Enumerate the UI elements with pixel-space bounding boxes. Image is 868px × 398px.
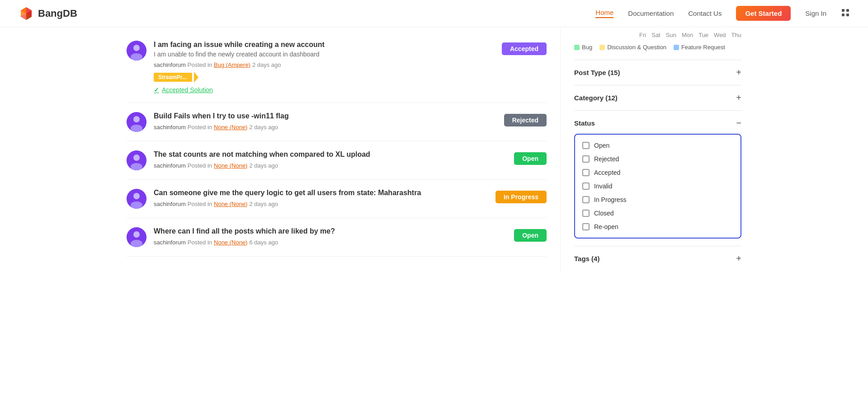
logo-text: BangDB bbox=[38, 8, 77, 19]
status-checkbox-rejected[interactable] bbox=[582, 155, 590, 163]
post-content: I am facing an issue while creating a ne… bbox=[154, 41, 485, 94]
svg-point-16 bbox=[131, 125, 142, 132]
status-checkbox-in-progress[interactable] bbox=[582, 196, 590, 203]
tags-expand-icon: + bbox=[736, 253, 741, 264]
post-description: I am unable to find the newly created ac… bbox=[154, 51, 485, 58]
status-filter-header[interactable]: Status − bbox=[574, 118, 741, 128]
post-badge-area: In Progress bbox=[492, 189, 547, 203]
status-badge: Open bbox=[514, 152, 547, 165]
posted-in-label: Posted in bbox=[188, 124, 212, 131]
avatar bbox=[127, 150, 146, 170]
posted-in-label: Posted in bbox=[188, 201, 212, 207]
post-time: 2 days ago bbox=[249, 124, 278, 131]
streampro-tag: StreamPr... bbox=[154, 72, 198, 83]
category-filter-header[interactable]: Category (12) + bbox=[574, 93, 741, 103]
post-author: sachinforum bbox=[154, 201, 186, 207]
cal-mon: Mon bbox=[682, 32, 693, 38]
tags-filter-label: Tags (4) bbox=[574, 255, 599, 262]
posted-in-label: Posted in bbox=[188, 162, 212, 169]
post-category[interactable]: Bug (Ampere) bbox=[214, 61, 250, 68]
svg-point-12 bbox=[133, 45, 140, 51]
feature-label: Feature Request bbox=[681, 44, 725, 51]
status-badge: Rejected bbox=[504, 114, 547, 126]
status-option-rejected[interactable]: Rejected bbox=[582, 155, 733, 163]
post-content: Build Fails when I try to use -win11 fla… bbox=[154, 112, 485, 131]
post-title[interactable]: I am facing an issue while creating a ne… bbox=[154, 41, 485, 49]
svg-point-21 bbox=[133, 193, 140, 199]
category-expand-icon: + bbox=[736, 93, 741, 103]
legend-feature: Feature Request bbox=[674, 44, 725, 51]
post-meta: sachinforum Posted in None (None) 2 days… bbox=[154, 201, 485, 207]
avatar bbox=[127, 41, 146, 61]
status-option-open[interactable]: Open bbox=[582, 142, 733, 149]
tags-filter: Tags (4) + bbox=[574, 246, 741, 271]
cal-tue: Tue bbox=[698, 32, 708, 38]
accepted-solution[interactable]: ✓ Accepted Solution bbox=[154, 86, 485, 94]
status-option-closed[interactable]: Closed bbox=[582, 210, 733, 217]
status-badge: In Progress bbox=[495, 191, 547, 203]
post-type-filter: Post Type (15) + bbox=[574, 60, 741, 85]
post-title[interactable]: Can someone give me the query logic to g… bbox=[154, 189, 485, 197]
post-title[interactable]: The stat counts are not matching when co… bbox=[154, 150, 485, 159]
status-closed-label: Closed bbox=[594, 210, 614, 217]
calendar-days: Fri Sat Sun Mon Tue Wed Thu bbox=[574, 32, 741, 38]
status-accepted-label: Accepted bbox=[594, 169, 620, 176]
status-in-progress-label: In Progress bbox=[594, 196, 627, 203]
status-invalid-label: Invalid bbox=[594, 183, 612, 190]
post-author: sachinforum bbox=[154, 239, 186, 246]
post-author: sachinforum bbox=[154, 162, 186, 169]
legend-discussion: Discussion & Question bbox=[599, 44, 666, 51]
nav-documentation[interactable]: Documentation bbox=[628, 9, 674, 17]
status-checkbox-re-open[interactable] bbox=[582, 223, 590, 230]
legend: Bug Discussion & Question Feature Reques… bbox=[574, 44, 741, 51]
cal-thu: Thu bbox=[731, 32, 741, 38]
cal-sat: Sat bbox=[651, 32, 660, 38]
status-checkbox-accepted[interactable] bbox=[582, 169, 590, 176]
post-time: 2 days ago bbox=[249, 162, 278, 169]
post-title[interactable]: Where can I find all the posts which are… bbox=[154, 227, 485, 235]
post-badge-area: Open bbox=[492, 150, 547, 165]
get-started-button[interactable]: Get Started bbox=[736, 6, 791, 21]
tags-filter-header[interactable]: Tags (4) + bbox=[574, 253, 741, 264]
post-category[interactable]: None (None) bbox=[214, 124, 247, 131]
post-title[interactable]: Build Fails when I try to use -win11 fla… bbox=[154, 112, 485, 120]
nav-contact[interactable]: Contact Us bbox=[688, 9, 722, 17]
tag-arrow-icon bbox=[194, 72, 198, 83]
main-nav: Home Documentation Contact Us Get Starte… bbox=[595, 6, 850, 21]
posted-in-label: Posted in bbox=[188, 61, 212, 68]
post-category[interactable]: None (None) bbox=[214, 239, 247, 246]
avatar bbox=[127, 112, 146, 132]
status-option-in-progress[interactable]: In Progress bbox=[582, 196, 733, 203]
discussion-label: Discussion & Question bbox=[607, 44, 666, 51]
status-filter: Status − Open Rejected Accepted bbox=[574, 110, 741, 246]
status-option-re-open[interactable]: Re-open bbox=[582, 223, 733, 230]
avatar bbox=[127, 227, 146, 247]
post-badge-area: Rejected bbox=[492, 112, 547, 126]
svg-point-18 bbox=[133, 155, 140, 161]
grid-icon[interactable] bbox=[841, 8, 850, 19]
status-option-accepted[interactable]: Accepted bbox=[582, 169, 733, 176]
post-author: sachinforum bbox=[154, 61, 186, 68]
post-meta: sachinforum Posted in None (None) 6 days… bbox=[154, 239, 485, 246]
post-meta: sachinforum Posted in Bug (Ampere) 2 day… bbox=[154, 61, 485, 68]
status-checkbox-closed[interactable] bbox=[582, 210, 590, 217]
cal-sun: Sun bbox=[666, 32, 676, 38]
status-collapse-icon: − bbox=[736, 118, 741, 128]
category-filter: Category (12) + bbox=[574, 85, 741, 110]
sign-in-link[interactable]: Sign In bbox=[805, 9, 826, 17]
post-category[interactable]: None (None) bbox=[214, 162, 247, 169]
svg-point-24 bbox=[133, 231, 140, 238]
post-category[interactable]: None (None) bbox=[214, 201, 247, 207]
svg-point-13 bbox=[131, 53, 142, 61]
nav-home[interactable]: Home bbox=[595, 9, 613, 18]
svg-rect-9 bbox=[842, 14, 844, 16]
status-checkbox-open[interactable] bbox=[582, 142, 590, 149]
post-author: sachinforum bbox=[154, 124, 186, 131]
main-layout: I am facing an issue while creating a ne… bbox=[108, 27, 760, 271]
header: BangDB Home Documentation Contact Us Get… bbox=[0, 0, 868, 27]
status-checkbox-invalid[interactable] bbox=[582, 183, 590, 190]
status-option-invalid[interactable]: Invalid bbox=[582, 183, 733, 190]
logo[interactable]: BangDB bbox=[18, 5, 77, 22]
svg-rect-7 bbox=[842, 9, 844, 12]
post-type-filter-header[interactable]: Post Type (15) + bbox=[574, 67, 741, 78]
